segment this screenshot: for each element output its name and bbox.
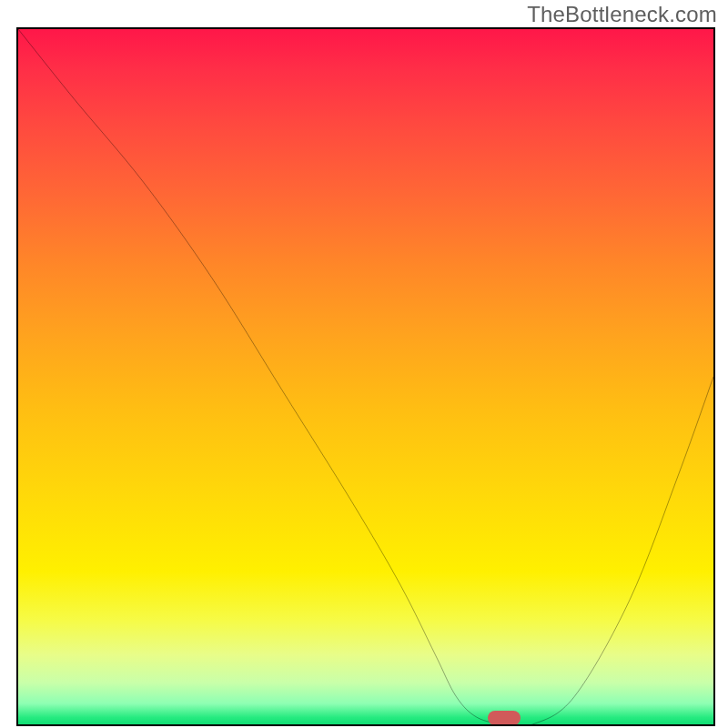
data-marker <box>488 711 521 725</box>
chart-frame: TheBottleneck.com <box>0 0 728 728</box>
plot-area <box>16 27 715 726</box>
watermark-text: TheBottleneck.com <box>527 2 717 27</box>
data-curve <box>18 29 713 724</box>
curve-line <box>18 29 713 724</box>
